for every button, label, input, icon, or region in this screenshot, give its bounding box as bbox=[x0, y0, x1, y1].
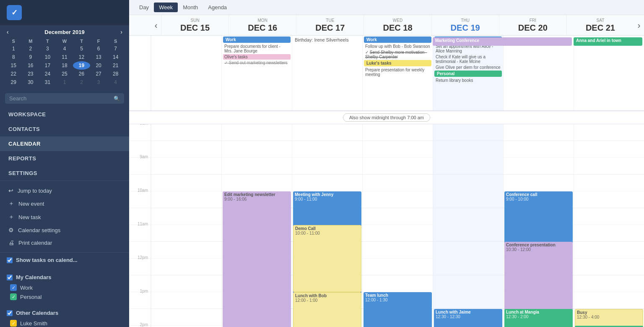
next-week-button[interactable]: › bbox=[634, 19, 644, 32]
allday-banner[interactable]: Personal bbox=[434, 71, 502, 77]
mini-cal-day[interactable]: 4 bbox=[107, 78, 124, 86]
task-item[interactable]: Follow up with Bob - Bob Swanson bbox=[364, 44, 431, 49]
view-tab-agenda[interactable]: Agenda bbox=[203, 3, 232, 12]
mini-cal-prev-btn[interactable]: ‹ bbox=[5, 29, 10, 35]
show-tasks-checkbox[interactable] bbox=[7, 257, 13, 263]
mini-cal-day[interactable]: 1 bbox=[56, 78, 73, 86]
action-new-event[interactable]: ＋New event bbox=[0, 197, 129, 210]
mini-cal-day[interactable]: 8 bbox=[5, 53, 22, 61]
task-item[interactable]: Return library books bbox=[434, 78, 502, 83]
sidebar-item-calendar[interactable]: CALENDAR bbox=[0, 136, 129, 151]
time-label-text: 12pm bbox=[138, 255, 148, 260]
view-tab-week[interactable]: Week bbox=[154, 3, 178, 12]
search-bar[interactable]: 🔍 bbox=[5, 93, 124, 104]
action-print-calendar[interactable]: 🖨Print calendar bbox=[0, 236, 129, 249]
mini-cal-day[interactable]: 26 bbox=[73, 70, 90, 78]
mini-cal-day[interactable]: 20 bbox=[90, 61, 107, 70]
marketing-conference-banner[interactable]: Marketing Conference bbox=[433, 37, 572, 46]
mini-cal-day[interactable]: 28 bbox=[107, 70, 124, 78]
task-item[interactable]: Prepare presentation for weekly meeting bbox=[364, 67, 431, 77]
mini-cal-day[interactable]: 23 bbox=[22, 70, 39, 78]
sidebar-item-workspace[interactable]: WORKSPACE bbox=[0, 107, 129, 122]
allday-banner[interactable]: Work bbox=[364, 37, 431, 43]
timed-event[interactable]: Team lunch12:00 - 1:30 bbox=[364, 292, 432, 327]
mini-cal-day[interactable]: 27 bbox=[90, 70, 107, 78]
view-tab-month[interactable]: Month bbox=[178, 3, 203, 12]
lukes-tasks-banner[interactable]: Luke's tasks bbox=[364, 60, 431, 66]
timed-event[interactable]: Busy12:30 - 4:00 bbox=[575, 309, 643, 327]
day-headers-row: ‹ SUNDEC 15MONDEC 16TUEDEC 17WEDDEC 18TH… bbox=[129, 15, 644, 36]
my-cal-personal[interactable]: ✓Personal bbox=[7, 292, 122, 301]
timed-event[interactable]: Lunch with Bob12:00 - 1:00 bbox=[293, 292, 361, 327]
sidebar-item-reports[interactable]: REPORTS bbox=[0, 151, 129, 166]
mini-cal-day[interactable]: 25 bbox=[56, 70, 73, 78]
allday-row: WorkPrepare documents for client - Mrs. … bbox=[129, 36, 644, 111]
search-input[interactable] bbox=[9, 95, 114, 102]
show-tasks-toggle[interactable]: Show tasks on calend... bbox=[7, 257, 122, 263]
mini-cal-day[interactable]: 13 bbox=[90, 53, 107, 61]
task-item[interactable]: Prepare documents for client - Mrs. Jane… bbox=[223, 44, 291, 54]
mini-cal-day[interactable]: 30 bbox=[22, 78, 39, 86]
mini-cal-day[interactable]: 19 bbox=[73, 61, 90, 70]
mini-cal-day[interactable]: 2 bbox=[73, 78, 90, 86]
my-cal-work[interactable]: ✓Work bbox=[7, 283, 122, 292]
midnight-button[interactable]: Also show midnight through 7:00 am bbox=[343, 113, 430, 122]
action-new-task[interactable]: ＋New task bbox=[0, 210, 129, 224]
mini-cal-day[interactable]: 2 bbox=[22, 44, 39, 53]
mini-cal-day[interactable]: 31 bbox=[39, 78, 56, 86]
mini-cal-day[interactable]: 4 bbox=[56, 44, 73, 53]
timed-event[interactable]: Lunch at Mangia12:30 - 2:00 bbox=[504, 309, 573, 327]
event-time: 9:00 - 11:00 bbox=[295, 197, 360, 201]
task-item[interactable]: Give Olive per diem for conference bbox=[434, 65, 502, 70]
my-calendars-checkbox[interactable] bbox=[7, 275, 13, 280]
cal-checkbox[interactable]: ✓ bbox=[10, 293, 17, 300]
mini-cal-day[interactable]: 10 bbox=[39, 53, 56, 61]
my-calendars-title[interactable]: My Calendars bbox=[7, 274, 122, 280]
action-calendar-settings[interactable]: ⚙Calendar settings bbox=[0, 224, 129, 236]
view-tab-day[interactable]: Day bbox=[134, 3, 154, 12]
mini-cal-day[interactable]: 21 bbox=[107, 61, 124, 70]
allday-banner[interactable]: Work bbox=[223, 37, 291, 43]
mini-cal-next-btn[interactable]: › bbox=[119, 29, 124, 35]
timed-event[interactable]: Demo Call10:00 - 11:00 bbox=[293, 225, 361, 292]
task-item[interactable]: Check if Kate will give us a testimonial… bbox=[434, 54, 502, 64]
cal-checkbox[interactable]: ✓ bbox=[10, 284, 17, 291]
mini-cal-day[interactable]: 3 bbox=[39, 44, 56, 53]
cal-checkbox[interactable]: ✓ bbox=[10, 320, 17, 327]
mini-cal-day[interactable]: 17 bbox=[39, 61, 56, 70]
task-item[interactable]: ✓ Send out marketing newsletters bbox=[223, 60, 291, 65]
mini-cal-day[interactable]: 24 bbox=[39, 70, 56, 78]
anna-ariel-banner[interactable]: Anna and Ariel in town bbox=[574, 37, 642, 46]
event-time: 12:30 - 2:00 bbox=[506, 314, 571, 319]
mini-cal-day[interactable]: 3 bbox=[90, 78, 107, 86]
mini-cal-day[interactable]: 9 bbox=[22, 53, 39, 61]
nav-prev-area[interactable]: ‹ bbox=[151, 15, 161, 35]
nav-next-area[interactable]: › bbox=[634, 15, 644, 35]
prev-week-button[interactable]: ‹ bbox=[151, 19, 161, 32]
timed-event[interactable]: Lunch with Jaime12:30 - 12:30 bbox=[434, 309, 502, 327]
sidebar-item-contacts[interactable]: CONTACTS bbox=[0, 122, 129, 136]
other-calendars-checkbox[interactable] bbox=[7, 310, 13, 316]
other-cal-luke-smith[interactable]: ✓Luke Smith bbox=[7, 319, 122, 327]
birthday-event[interactable]: Birthday: Irene Silverheels bbox=[293, 37, 361, 43]
mini-cal-day[interactable]: 5 bbox=[73, 44, 90, 53]
mini-cal-day[interactable]: 29 bbox=[5, 78, 22, 86]
mini-cal-day[interactable]: 16 bbox=[22, 61, 39, 70]
task-item[interactable]: ✓ Send Shelby more motivation - Shelby C… bbox=[364, 50, 431, 60]
mini-cal-day[interactable]: 7 bbox=[107, 44, 124, 53]
mini-cal-day[interactable]: 22 bbox=[5, 70, 22, 78]
mini-cal-day[interactable]: 14 bbox=[107, 53, 124, 61]
sidebar: ✓ ‹ December 2019 › SMTWTFS 123456789101… bbox=[0, 0, 129, 327]
mini-cal-day[interactable]: 12 bbox=[73, 53, 90, 61]
mini-cal-day[interactable]: 18 bbox=[56, 61, 73, 70]
task-item[interactable]: Olive's tasks bbox=[223, 54, 291, 60]
mini-cal-day[interactable]: 6 bbox=[90, 44, 107, 53]
view-tabs: DayWeekMonthAgenda bbox=[129, 0, 644, 15]
other-calendars-title[interactable]: Other Calendars bbox=[7, 310, 122, 316]
timed-event[interactable]: Edit marketing newsletter9:00 - 16:06 bbox=[223, 191, 291, 327]
mini-cal-day[interactable]: 11 bbox=[56, 53, 73, 61]
action-jump-to-today[interactable]: ↩Jump to today bbox=[0, 184, 129, 197]
mini-cal-day[interactable]: 15 bbox=[5, 61, 22, 70]
mini-cal-day[interactable]: 1 bbox=[5, 44, 22, 53]
sidebar-item-settings[interactable]: SETTINGS bbox=[0, 166, 129, 181]
